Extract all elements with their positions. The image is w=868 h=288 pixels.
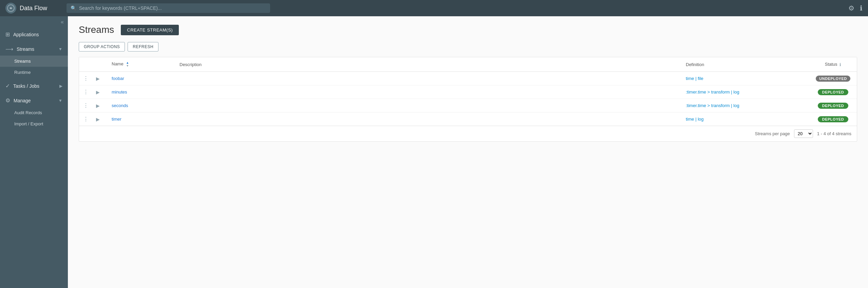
sidebar-section-applications: ⊞ Applications bbox=[0, 28, 68, 41]
group-actions-button[interactable]: GROUP ACTIONS bbox=[79, 42, 125, 52]
page-header: Streams CREATE STREAM(S) bbox=[79, 24, 857, 35]
th-expand bbox=[93, 57, 106, 72]
expand-arrow-icon[interactable]: ▶ bbox=[94, 75, 102, 82]
definition-value: :timer.time > transform | log bbox=[686, 103, 739, 108]
import-export-label: Import / Export bbox=[14, 121, 43, 126]
sidebar-item-streams[interactable]: ⟶ Streams ▼ bbox=[0, 42, 68, 56]
expand-arrow-icon[interactable]: ▶ bbox=[94, 102, 102, 109]
expand-arrow-icon[interactable]: ▶ bbox=[94, 89, 102, 96]
pagination: Streams per page 20 50 100 1 - 4 of 4 st… bbox=[79, 126, 857, 141]
th-description: Description bbox=[174, 57, 680, 72]
row-status: DEPLOYED bbox=[809, 85, 857, 99]
main-content: Streams CREATE STREAM(S) GROUP ACTIONS R… bbox=[68, 16, 868, 288]
row-definition: :timer.time > transform | log bbox=[680, 99, 809, 112]
toolbar: GROUP ACTIONS REFRESH bbox=[79, 42, 857, 52]
sidebar-streams-label: Streams bbox=[17, 46, 34, 52]
streams-icon: ⟶ bbox=[5, 46, 13, 52]
create-streams-button[interactable]: CREATE STREAM(S) bbox=[121, 25, 179, 35]
expand-arrow-icon[interactable]: ▶ bbox=[94, 116, 102, 123]
collapse-button[interactable]: « bbox=[61, 19, 64, 25]
sidebar-item-tasks[interactable]: ✓ Tasks / Jobs ▶ bbox=[0, 79, 68, 92]
stream-name-link[interactable]: timer bbox=[112, 117, 121, 122]
sort-name-icon[interactable]: ▲ ▼ bbox=[126, 61, 129, 67]
th-status: Status ℹ bbox=[809, 57, 857, 72]
pagination-range: 1 - 4 of 4 streams bbox=[817, 131, 851, 136]
search-icon: 🔍 bbox=[71, 5, 76, 11]
search-input[interactable] bbox=[79, 5, 266, 11]
row-name[interactable]: seconds bbox=[106, 99, 174, 112]
row-name[interactable]: timer bbox=[106, 112, 174, 126]
row-definition: time | log bbox=[680, 112, 809, 126]
stream-name-link[interactable]: minutes bbox=[112, 89, 127, 95]
status-info-icon[interactable]: ℹ bbox=[839, 62, 841, 67]
th-name[interactable]: Name ▲ ▼ bbox=[106, 57, 174, 72]
row-menu[interactable]: ⋮ bbox=[79, 99, 93, 112]
sidebar-section-manage: ⚙ Manage ▼ Audit Records Import / Export bbox=[0, 94, 68, 129]
row-description bbox=[174, 99, 680, 112]
page-title: Streams bbox=[79, 24, 114, 35]
three-dots-icon[interactable]: ⋮ bbox=[82, 116, 90, 123]
manage-icon: ⚙ bbox=[5, 97, 10, 104]
row-expand[interactable]: ▶ bbox=[93, 72, 106, 85]
sidebar-applications-label: Applications bbox=[13, 32, 39, 37]
sidebar-item-applications[interactable]: ⊞ Applications bbox=[0, 28, 68, 41]
status-badge: DEPLOYED bbox=[818, 103, 848, 109]
table-row: ⋮ ▶ foobar time | file UNDEPLOYED bbox=[79, 72, 857, 85]
settings-icon[interactable]: ⚙ bbox=[848, 4, 854, 12]
th-checkbox bbox=[79, 57, 93, 72]
row-description bbox=[174, 85, 680, 99]
app-title: Data Flow bbox=[20, 5, 47, 12]
table-row: ⋮ ▶ minutes :timer.time > transform | lo… bbox=[79, 85, 857, 99]
row-expand[interactable]: ▶ bbox=[93, 85, 106, 99]
per-page-label: Streams per page bbox=[755, 131, 790, 136]
status-badge: DEPLOYED bbox=[818, 116, 848, 122]
row-expand[interactable]: ▶ bbox=[93, 99, 106, 112]
row-status: UNDEPLOYED bbox=[809, 72, 857, 85]
sidebar: « ⊞ Applications ⟶ Streams ▼ Streams Run… bbox=[0, 16, 68, 288]
sidebar-tasks-label: Tasks / Jobs bbox=[13, 83, 39, 89]
chevron-down-manage-icon: ▼ bbox=[58, 98, 62, 103]
audit-records-label: Audit Records bbox=[14, 110, 42, 115]
three-dots-icon[interactable]: ⋮ bbox=[82, 88, 90, 96]
streams-table-container: Name ▲ ▼ Description Definition bbox=[79, 57, 857, 142]
search-bar[interactable]: 🔍 bbox=[67, 3, 270, 13]
stream-name-link[interactable]: seconds bbox=[112, 103, 128, 108]
streams-runtime-label: Runtime bbox=[14, 70, 31, 75]
row-description bbox=[174, 112, 680, 126]
refresh-button[interactable]: REFRESH bbox=[128, 42, 158, 52]
per-page-select[interactable]: 20 50 100 bbox=[794, 129, 813, 138]
row-name[interactable]: foobar bbox=[106, 72, 174, 85]
streams-table: Name ▲ ▼ Description Definition bbox=[79, 57, 857, 126]
status-badge: DEPLOYED bbox=[818, 89, 848, 95]
chevron-right-icon: ▶ bbox=[59, 84, 62, 88]
th-definition: Definition bbox=[680, 57, 809, 72]
three-dots-icon[interactable]: ⋮ bbox=[82, 102, 90, 109]
stream-name-link[interactable]: foobar bbox=[112, 76, 124, 81]
row-menu[interactable]: ⋮ bbox=[79, 72, 93, 85]
row-menu[interactable]: ⋮ bbox=[79, 112, 93, 126]
layout: « ⊞ Applications ⟶ Streams ▼ Streams Run… bbox=[0, 16, 868, 288]
definition-value: time | file bbox=[686, 76, 703, 81]
applications-icon: ⊞ bbox=[5, 31, 10, 38]
row-menu[interactable]: ⋮ bbox=[79, 85, 93, 99]
sidebar-item-streams-streams[interactable]: Streams bbox=[0, 56, 68, 67]
row-status: DEPLOYED bbox=[809, 112, 857, 126]
app-brand: Data Flow bbox=[5, 3, 67, 14]
row-definition: :timer.time > transform | log bbox=[680, 85, 809, 99]
three-dots-icon[interactable]: ⋮ bbox=[82, 75, 90, 82]
topbar-actions: ⚙ ℹ bbox=[848, 4, 863, 12]
row-status: DEPLOYED bbox=[809, 99, 857, 112]
sidebar-item-import-export[interactable]: Import / Export bbox=[0, 118, 68, 129]
topbar: Data Flow 🔍 ⚙ ℹ bbox=[0, 0, 868, 16]
sidebar-item-audit-records[interactable]: Audit Records bbox=[0, 107, 68, 118]
table-header-row: Name ▲ ▼ Description Definition bbox=[79, 57, 857, 72]
row-expand[interactable]: ▶ bbox=[93, 112, 106, 126]
definition-value: :timer.time > transform | log bbox=[686, 89, 739, 95]
table-body: ⋮ ▶ foobar time | file UNDEPLOYED ⋮ ▶ bbox=[79, 72, 857, 126]
info-icon[interactable]: ℹ bbox=[860, 4, 863, 12]
app-logo bbox=[5, 3, 16, 14]
row-name[interactable]: minutes bbox=[106, 85, 174, 99]
sidebar-item-streams-runtime[interactable]: Runtime bbox=[0, 67, 68, 78]
sidebar-item-manage[interactable]: ⚙ Manage ▼ bbox=[0, 94, 68, 107]
sidebar-collapse[interactable]: « bbox=[0, 16, 68, 28]
